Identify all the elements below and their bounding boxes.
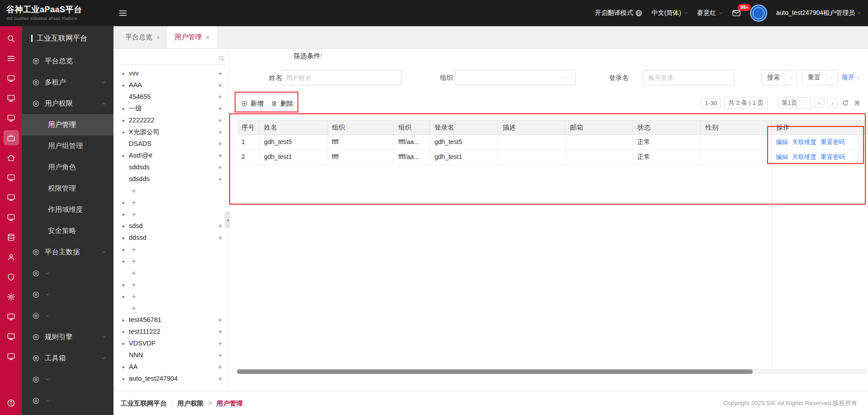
tree-item[interactable]: sddsds + — [113, 161, 229, 173]
add-node-button[interactable]: + — [215, 375, 222, 382]
add-node-button[interactable]: + — [129, 293, 136, 300]
sidebar-toggle-button[interactable] — [118, 9, 127, 18]
rail-item-info[interactable] — [3, 395, 19, 410]
rail-item-user[interactable] — [4, 249, 19, 265]
caret-right-icon[interactable]: ▸ — [123, 106, 129, 111]
sidebar-item[interactable]: 安全策略 — [22, 220, 113, 242]
page-range[interactable]: 1-30 — [701, 98, 721, 108]
tree-item[interactable]: dffdfd + — [113, 185, 133, 196]
add-node-button[interactable]: + — [215, 222, 222, 230]
reset-password-link[interactable]: 重置密码 — [821, 153, 845, 161]
add-node-button[interactable]: + — [215, 363, 222, 371]
sidebar-item[interactable]: 用户组管理 — [22, 135, 113, 157]
tree-item[interactable]: ▸ X光源公司 + — [113, 126, 229, 138]
collapse-panel-handle[interactable]: ◂ — [225, 212, 230, 228]
theme-selector[interactable]: 赛意红 — [697, 9, 723, 17]
tree-item[interactable]: ▸ AA + — [113, 361, 229, 373]
breadcrumb-parent[interactable]: 用户权限 — [177, 399, 203, 408]
caret-right-icon[interactable]: ▸ — [123, 364, 129, 369]
add-node-button[interactable]: + — [215, 316, 222, 324]
sidebar-item[interactable]: 工作流程管理 — [22, 284, 44, 305]
rail-item-app-7[interactable] — [4, 309, 19, 324]
chevron-down-icon[interactable] — [786, 75, 797, 80]
org-search-input[interactable] — [121, 54, 218, 62]
tree-item[interactable]: DSADS + — [113, 138, 229, 149]
add-node-button[interactable]: + — [215, 140, 222, 148]
page-number-input[interactable]: 第1页 — [778, 97, 811, 109]
caret-right-icon[interactable]: ▸ — [123, 235, 129, 240]
close-icon[interactable]: × — [206, 34, 209, 41]
close-icon[interactable]: × — [156, 34, 160, 41]
sidebar-item[interactable]: 作用域维度 — [22, 199, 113, 220]
add-node-button[interactable]: + — [129, 281, 136, 289]
tree-item[interactable]: ▸ 一级 + — [113, 103, 229, 114]
tree-item[interactable]: sdsdsd + — [113, 302, 138, 314]
add-node-button[interactable]: + — [215, 93, 222, 101]
sidebar-item[interactable]: 平台总览 — [22, 51, 113, 72]
sidebar-item[interactable]: 权限管理 — [22, 178, 113, 199]
tenant-menu[interactable]: auto_test247904租户管理员 — [776, 9, 862, 17]
caret-right-icon[interactable]: ▸ — [123, 259, 129, 264]
tab-platform-overview[interactable]: 平台总览 × — [118, 26, 167, 48]
rail-item-app-4[interactable] — [4, 170, 19, 185]
delete-button[interactable]: 删除 — [271, 96, 293, 111]
sidebar-item[interactable]: 平台主数据 — [22, 242, 113, 263]
add-node-button[interactable]: + — [215, 81, 222, 89]
tree-item[interactable]: dsdssd + — [113, 267, 137, 279]
tree-item[interactable]: ▸ 2222222 + — [113, 114, 229, 126]
add-node-button[interactable]: + — [129, 304, 136, 312]
rail-item-security[interactable] — [4, 269, 19, 284]
caret-right-icon[interactable]: ▸ — [123, 224, 129, 228]
add-button[interactable]: 新增 — [241, 96, 264, 111]
tree-item[interactable]: ▸ auto_test247904 + — [113, 373, 229, 384]
relate-dimension-link[interactable]: 关联维度 — [792, 153, 816, 161]
rail-item-app-2[interactable] — [4, 90, 19, 106]
rail-item-app-6[interactable] — [4, 210, 19, 225]
add-node-button[interactable]: + — [215, 105, 222, 112]
add-node-button[interactable]: + — [215, 328, 222, 336]
next-page-button[interactable]: › — [827, 98, 837, 108]
prev-page-button[interactable]: ‹ — [814, 98, 824, 108]
sidebar-item[interactable]: 站内消息 — [22, 390, 47, 411]
caret-right-icon[interactable]: ▸ — [123, 118, 129, 123]
tree-item[interactable]: ▸ test456781 + — [113, 314, 229, 326]
tree-item[interactable]: ▸ sdsd + — [113, 220, 229, 232]
notifications-button[interactable]: 99+ — [732, 9, 741, 18]
tree-item[interactable]: NNN + — [113, 349, 229, 361]
tree-item[interactable]: ▸ sdsdds + — [113, 290, 137, 302]
add-node-button[interactable]: + — [215, 70, 222, 77]
rail-item-app-8[interactable] — [4, 329, 19, 344]
sidebar-item[interactable]: 国际化 — [22, 305, 45, 326]
rail-item-home[interactable] — [4, 150, 19, 165]
language-selector[interactable]: 中文(简体) — [651, 9, 688, 17]
add-node-button[interactable]: + — [129, 269, 136, 277]
caret-right-icon[interactable]: ▸ — [123, 376, 129, 381]
tree-item[interactable]: ▸ AAA + — [113, 79, 229, 91]
sidebar-item[interactable]: 用户管理 — [22, 114, 113, 135]
caret-right-icon[interactable]: ▸ — [123, 341, 129, 346]
edit-link[interactable]: 编辑 — [776, 138, 788, 146]
add-node-button[interactable]: + — [129, 199, 136, 206]
translate-mode-toggle[interactable]: 开启翻译模式 — [595, 9, 642, 17]
expand-filters-link[interactable]: 展开 — [842, 74, 861, 82]
avatar[interactable] — [750, 5, 767, 22]
tree-item[interactable]: ▸ Asd!@# + — [113, 149, 229, 161]
scrollbar-thumb[interactable] — [237, 369, 753, 374]
add-node-button[interactable]: + — [129, 257, 136, 265]
rail-item-app-1[interactable] — [4, 70, 19, 86]
chevron-down-icon[interactable] — [826, 75, 837, 80]
caret-right-icon[interactable]: ▸ — [123, 71, 129, 76]
add-node-button[interactable]: + — [215, 163, 222, 171]
caret-right-icon[interactable]: ▸ — [123, 130, 129, 135]
edit-link[interactable]: 编辑 — [776, 153, 788, 161]
caret-right-icon[interactable]: ▸ — [123, 247, 129, 252]
caret-right-icon[interactable]: ▸ — [123, 317, 129, 322]
sidebar-item[interactable]: 多租户 — [22, 72, 113, 93]
caret-right-icon[interactable]: ▸ — [123, 200, 129, 205]
rail-item-menu[interactable] — [4, 51, 19, 66]
tree-item[interactable]: ▸ 544545 + — [113, 255, 136, 267]
reset-password-link[interactable]: 重置密码 — [821, 138, 845, 146]
tree-item[interactable]: ▸ ddssd + — [113, 232, 229, 243]
rail-item-workbench[interactable] — [4, 130, 19, 145]
add-node-button[interactable]: + — [215, 175, 222, 183]
